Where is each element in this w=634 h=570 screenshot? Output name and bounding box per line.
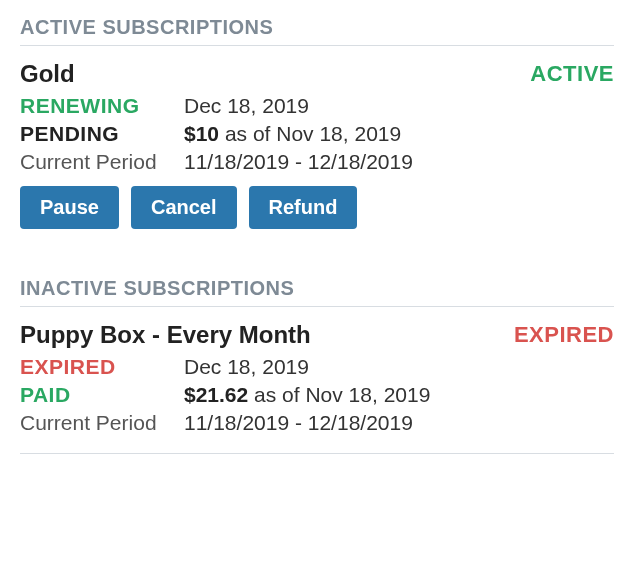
- paid-amount: $21.62: [184, 383, 248, 406]
- renewing-label: RENEWING: [20, 94, 184, 118]
- current-period-row: Current Period 11/18/2019 - 12/18/2019: [20, 411, 614, 435]
- subscription-header-row: Puppy Box - Every Month EXPIRED: [20, 321, 614, 349]
- active-subscriptions-header: ACTIVE SUBSCRIPTIONS: [20, 16, 614, 46]
- paid-value: $21.62 as of Nov 18, 2019: [184, 383, 430, 407]
- pending-value: $10 as of Nov 18, 2019: [184, 122, 401, 146]
- renewing-row: RENEWING Dec 18, 2019: [20, 94, 614, 118]
- renewing-date: Dec 18, 2019: [184, 94, 309, 118]
- expired-label: EXPIRED: [20, 355, 184, 379]
- current-period-label: Current Period: [20, 411, 184, 435]
- expired-date: Dec 18, 2019: [184, 355, 309, 379]
- subscription-active: Gold ACTIVE RENEWING Dec 18, 2019 PENDIN…: [20, 60, 614, 229]
- subscription-title: Puppy Box - Every Month: [20, 321, 311, 349]
- expired-row: EXPIRED Dec 18, 2019: [20, 355, 614, 379]
- paid-label: PAID: [20, 383, 184, 407]
- refund-button[interactable]: Refund: [249, 186, 358, 229]
- pending-asof: as of Nov 18, 2019: [219, 122, 401, 145]
- pending-row: PENDING $10 as of Nov 18, 2019: [20, 122, 614, 146]
- cancel-button[interactable]: Cancel: [131, 186, 237, 229]
- subscription-title: Gold: [20, 60, 75, 88]
- current-period-label: Current Period: [20, 150, 184, 174]
- subscription-inactive: Puppy Box - Every Month EXPIRED EXPIRED …: [20, 321, 614, 435]
- pending-amount: $10: [184, 122, 219, 145]
- status-badge-active: ACTIVE: [530, 61, 614, 87]
- paid-asof: as of Nov 18, 2019: [248, 383, 430, 406]
- current-period-value: 11/18/2019 - 12/18/2019: [184, 150, 413, 174]
- action-buttons: Pause Cancel Refund: [20, 186, 614, 229]
- current-period-row: Current Period 11/18/2019 - 12/18/2019: [20, 150, 614, 174]
- pause-button[interactable]: Pause: [20, 186, 119, 229]
- subscription-header-row: Gold ACTIVE: [20, 60, 614, 88]
- paid-row: PAID $21.62 as of Nov 18, 2019: [20, 383, 614, 407]
- status-badge-expired: EXPIRED: [514, 322, 614, 348]
- pending-label: PENDING: [20, 122, 184, 146]
- bottom-divider: [20, 453, 614, 454]
- inactive-subscriptions-header: INACTIVE SUBSCRIPTIONS: [20, 277, 614, 307]
- current-period-value: 11/18/2019 - 12/18/2019: [184, 411, 413, 435]
